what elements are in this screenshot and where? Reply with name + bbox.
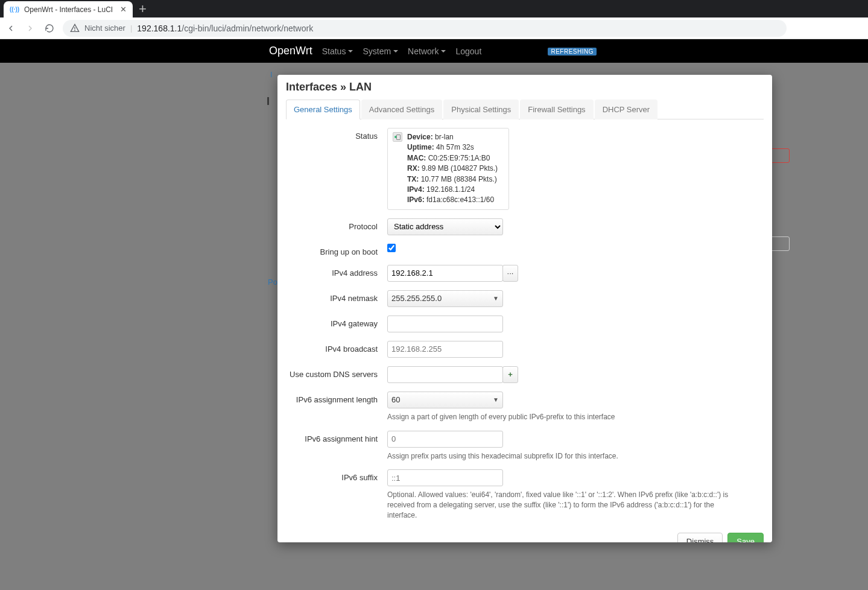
- browser-chrome: ((·)) OpenWrt - Interfaces - LuCI ✕ + Ni…: [0, 0, 868, 39]
- reload-button[interactable]: [43, 22, 55, 34]
- ipv4-gateway-input[interactable]: [387, 316, 503, 332]
- add-dns-button[interactable]: +: [502, 366, 518, 383]
- ipv4-address-more-button[interactable]: ···: [502, 265, 518, 282]
- menu-status[interactable]: Status: [322, 46, 353, 56]
- ipv4-netmask-select[interactable]: 255.255.255.0▼: [387, 290, 503, 307]
- tab-strip: ((·)) OpenWrt - Interfaces - LuCI ✕ +: [0, 0, 868, 17]
- chevron-down-icon: [441, 50, 446, 52]
- browser-tab[interactable]: ((·)) OpenWrt - Interfaces - LuCI ✕: [4, 1, 133, 17]
- help-assignhint: Assign prefix parts using this hexadecim…: [387, 451, 761, 462]
- tab-firewall-settings[interactable]: Firewall Settings: [520, 100, 593, 119]
- ipv4-address-input[interactable]: [387, 265, 503, 282]
- ipv4-broadcast-input[interactable]: [387, 341, 503, 358]
- insecure-icon: [70, 24, 80, 33]
- ipv6-assign-hint-input[interactable]: [387, 431, 503, 448]
- address-bar[interactable]: Nicht sicher | 192.168.1.1/cgi-bin/luci/…: [63, 20, 787, 37]
- url-text: 192.168.1.1/cgi-bin/luci/admin/network/n…: [137, 24, 313, 33]
- openwrt-header: OpenWrt Status System Network Logout REF…: [0, 39, 868, 63]
- back-button[interactable]: [5, 22, 17, 34]
- help-assignlen: Assign a part of given length of every p…: [387, 412, 761, 422]
- tab-physical-settings[interactable]: Physical Settings: [443, 100, 519, 119]
- label-status: Status: [286, 128, 387, 141]
- label-protocol: Protocol: [286, 218, 387, 231]
- forward-button[interactable]: [24, 22, 36, 34]
- address-separator: |: [130, 24, 132, 33]
- status-box: Device: br-lan Uptime: 4h 57m 32s MAC: C…: [387, 128, 509, 210]
- browser-toolbar: Nicht sicher | 192.168.1.1/cgi-bin/luci/…: [0, 17, 868, 39]
- label-ipv4addr: IPv4 address: [286, 265, 387, 278]
- bg-powered: Po: [268, 278, 277, 287]
- bg-page-title: I: [267, 95, 270, 108]
- label-ipv4gateway: IPv4 gateway: [286, 316, 387, 328]
- label-ipv6suffix: IPv6 suffix: [286, 469, 387, 482]
- security-label: Nicht sicher: [84, 24, 125, 33]
- modal-title: Interfaces » LAN: [286, 81, 764, 94]
- tab-dhcp-server[interactable]: DHCP Server: [595, 100, 658, 119]
- menu-network[interactable]: Network: [408, 46, 446, 56]
- new-tab-button[interactable]: +: [133, 2, 153, 16]
- close-tab-icon[interactable]: ✕: [120, 5, 127, 14]
- modal-footer: Dismiss Save: [286, 533, 764, 542]
- bg-interfaces-link: I: [270, 70, 273, 79]
- label-bringup: Bring up on boot: [286, 244, 387, 256]
- chevron-down-icon: [348, 50, 353, 52]
- label-ipv4broadcast: IPv4 broadcast: [286, 341, 387, 354]
- ipv6-assign-length-select[interactable]: 60▼: [387, 392, 503, 408]
- custom-dns-input[interactable]: [387, 366, 503, 383]
- refreshing-badge: REFRESHING: [548, 48, 597, 56]
- tab-title: OpenWrt - Interfaces - LuCI: [24, 5, 115, 14]
- svg-point-1: [75, 30, 75, 31]
- tab-advanced-settings[interactable]: Advanced Settings: [361, 100, 442, 119]
- label-ipv6assignhint: IPv6 assignment hint: [286, 431, 387, 443]
- help-suffix: Optional. Allowed values: 'eui64', 'rand…: [387, 490, 743, 520]
- dismiss-button[interactable]: Dismiss: [677, 533, 723, 542]
- tab-general-settings[interactable]: General Settings: [286, 100, 360, 119]
- modal-tabs: General Settings Advanced Settings Physi…: [286, 100, 764, 119]
- label-ipv4netmask: IPv4 netmask: [286, 290, 387, 303]
- interface-edit-modal: Interfaces » LAN General Settings Advanc…: [277, 75, 772, 542]
- bringup-checkbox[interactable]: [387, 244, 396, 252]
- protocol-select[interactable]: Static address: [387, 218, 503, 235]
- label-ipv6assignlen: IPv6 assignment length: [286, 392, 387, 404]
- ipv6-suffix-input[interactable]: [387, 469, 503, 486]
- save-button[interactable]: Save: [727, 533, 764, 542]
- brand-label[interactable]: OpenWrt: [269, 45, 312, 57]
- chevron-down-icon: [393, 50, 398, 52]
- menu-system[interactable]: System: [363, 46, 398, 56]
- favicon-icon: ((·)): [10, 5, 19, 14]
- network-device-icon: [393, 132, 402, 142]
- menu-logout[interactable]: Logout: [455, 46, 481, 56]
- label-customdns: Use custom DNS servers: [286, 366, 387, 379]
